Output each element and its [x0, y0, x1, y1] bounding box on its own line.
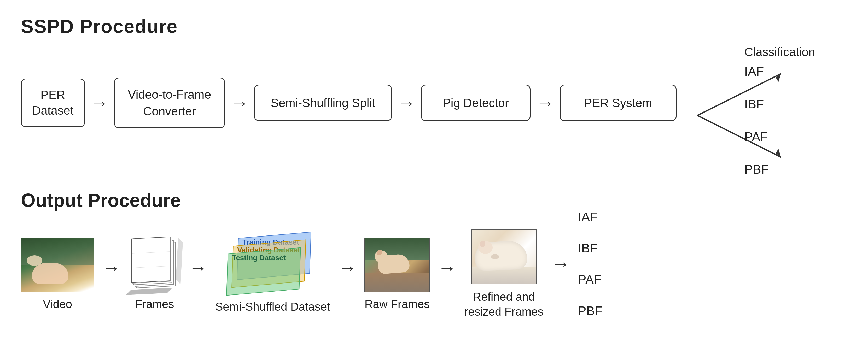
- page-container: SSPD Procedure PER Dataset → Video-to-Fr…: [0, 0, 868, 348]
- sspd-title: SSPD Procedure: [21, 15, 847, 37]
- out-iaf: IAF: [578, 210, 602, 224]
- video-label: Video: [43, 297, 72, 311]
- arrow-2: →: [230, 93, 249, 112]
- arrow-frames-dataset: →: [189, 257, 208, 278]
- semi-shuffled-label: Semi-Shuffled Dataset: [215, 300, 330, 313]
- sspd-flow: PER Dataset → Video-to-Frame Converter →…: [21, 77, 677, 128]
- per-dataset-line2: Dataset: [32, 103, 74, 119]
- output-ibf: IBF: [744, 97, 797, 111]
- video-converter-box: Video-to-Frame Converter: [114, 77, 225, 128]
- output-pbf: PBF: [744, 162, 797, 177]
- per-system-label: PER System: [584, 96, 652, 110]
- classification-area: Classification IAF IBF PAF PBF: [692, 53, 797, 179]
- refined-label-line2: resized Frames: [464, 305, 543, 318]
- refined-frames-image: [471, 229, 536, 284]
- semi-shuffle-label: Semi-Shuffling Split: [271, 96, 375, 110]
- arrow-1: →: [90, 93, 109, 112]
- raw-frames-item: Raw Frames: [364, 238, 430, 311]
- output-title: Output Procedure: [21, 190, 847, 211]
- classification-label: Classification: [744, 45, 797, 59]
- refined-item: Refined and resized Frames: [464, 229, 543, 319]
- pig-detector-label: Pig Detector: [443, 96, 509, 110]
- per-system-box: PER System: [560, 85, 677, 121]
- frames-item: Frames: [128, 238, 181, 311]
- frames-label: Frames: [135, 297, 174, 311]
- video-item: Video: [21, 238, 94, 311]
- raw-frames-label: Raw Frames: [365, 297, 430, 311]
- per-dataset-line1: PER: [32, 87, 74, 103]
- video-thumbnail: [21, 238, 94, 292]
- out-ibf: IBF: [578, 241, 602, 255]
- arrow-3: →: [397, 93, 416, 112]
- semi-shuffled-item: Training Dataset Validating Dataset Test…: [215, 235, 330, 313]
- sspd-section: SSPD Procedure PER Dataset → Video-to-Fr…: [21, 15, 847, 179]
- output-labels-area: IAF IBF PAF PBF: [578, 210, 602, 318]
- pig-detector-box: Pig Detector: [421, 85, 530, 121]
- output-paf: PAF: [744, 129, 797, 144]
- out-paf: PAF: [578, 272, 602, 287]
- arrow-4: →: [536, 93, 555, 112]
- output-iaf: IAF: [744, 64, 797, 78]
- out-pbf: PBF: [578, 304, 602, 318]
- arrow-refined-outputs: →: [551, 253, 570, 274]
- output-procedure-section: Output Procedure Video →: [21, 190, 847, 319]
- dataset-layers-visual: Training Dataset Validating Dataset Test…: [227, 235, 318, 292]
- raw-frames-image: [364, 238, 430, 292]
- semi-shuffle-box: Semi-Shuffling Split: [254, 85, 392, 121]
- refined-label-line1: Refined and: [473, 290, 535, 303]
- arrow-video-frames: →: [102, 257, 121, 278]
- arrow-raw-refined: →: [437, 257, 456, 278]
- frames-stack: [128, 238, 181, 292]
- arrow-dataset-raw: →: [338, 257, 356, 278]
- refined-label: Refined and resized Frames: [464, 289, 543, 319]
- per-dataset-box: PER Dataset: [21, 78, 85, 127]
- testing-dataset-label: Testing Dataset: [228, 251, 300, 265]
- classification-label-area: Classification IAF IBF PAF PBF: [744, 45, 797, 177]
- output-flow: Video →: [21, 229, 847, 319]
